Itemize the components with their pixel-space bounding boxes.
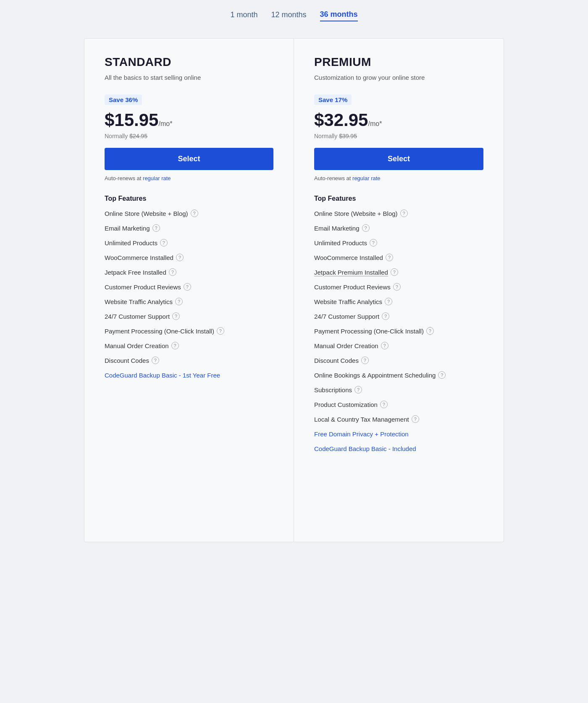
list-item: Manual Order Creation ?	[105, 341, 273, 350]
premium-select-button[interactable]: Select	[314, 148, 483, 170]
info-icon[interactable]: ?	[412, 415, 419, 423]
billing-option-1month[interactable]: 1 month	[230, 10, 257, 21]
info-icon[interactable]: ?	[217, 327, 224, 335]
list-item: Unlimited Products ?	[105, 239, 273, 247]
list-item: Jetpack Free Installed ?	[105, 268, 273, 277]
info-icon[interactable]: ?	[160, 239, 168, 247]
list-item: Customer Product Reviews ?	[105, 283, 273, 291]
page-wrapper: 1 month 12 months 36 months STANDARD All…	[0, 0, 588, 567]
list-item: CodeGuard Backup Basic - 1st Year Free	[105, 371, 273, 380]
premium-features-title: Top Features	[314, 195, 483, 202]
billing-option-36months[interactable]: 36 months	[320, 10, 358, 21]
list-item: Website Traffic Analytics ?	[314, 297, 483, 306]
premium-price-amount: $32.95	[314, 110, 368, 130]
premium-plan-name: PREMIUM	[314, 55, 483, 69]
list-item: Online Bookings & Appointment Scheduling…	[314, 371, 483, 380]
info-icon[interactable]: ?	[370, 239, 377, 247]
standard-plan-name: STANDARD	[105, 55, 273, 69]
list-item: Payment Processing (One-Click Install) ?	[105, 327, 273, 336]
standard-plan-description: All the basics to start selling online	[105, 73, 273, 83]
info-icon[interactable]: ?	[393, 283, 401, 291]
list-item: CodeGuard Backup Basic - Included	[314, 444, 483, 453]
list-item: Email Marketing ?	[314, 224, 483, 233]
premium-price-normal: Normally $39.95	[314, 133, 483, 139]
info-icon[interactable]: ?	[175, 298, 183, 305]
info-icon[interactable]: ?	[169, 268, 176, 276]
info-icon[interactable]: ?	[171, 342, 179, 349]
standard-plan-card: STANDARD All the basics to start selling…	[84, 38, 294, 542]
list-item: Product Customization ?	[314, 400, 483, 409]
premium-plan-description: Customization to grow your online store	[314, 73, 483, 83]
info-icon[interactable]: ?	[184, 283, 191, 291]
list-item: Local & Country Tax Management ?	[314, 415, 483, 424]
premium-regular-rate-link[interactable]: regular rate	[352, 175, 380, 181]
info-icon[interactable]: ?	[386, 254, 393, 261]
premium-price-period: /mo*	[368, 120, 382, 128]
list-item: WooCommerce Installed ?	[105, 253, 273, 262]
premium-plan-card: PREMIUM Customization to grow your onlin…	[294, 38, 504, 542]
standard-price-amount: $15.95	[105, 110, 158, 130]
info-icon[interactable]: ?	[362, 224, 370, 232]
info-icon[interactable]: ?	[382, 312, 389, 320]
premium-price-row: $32.95 /mo*	[314, 110, 483, 130]
list-item: Subscriptions ?	[314, 386, 483, 394]
standard-price-row: $15.95 /mo*	[105, 110, 273, 130]
info-icon[interactable]: ?	[152, 224, 160, 232]
list-item: 24/7 Customer Support ?	[314, 312, 483, 321]
info-icon[interactable]: ?	[191, 210, 198, 217]
info-icon[interactable]: ?	[391, 268, 398, 276]
info-icon[interactable]: ?	[385, 298, 392, 305]
info-icon[interactable]: ?	[426, 327, 434, 335]
list-item: Website Traffic Analytics ?	[105, 297, 273, 306]
plans-container: STANDARD All the basics to start selling…	[0, 30, 588, 567]
standard-auto-renew: Auto-renews at regular rate	[105, 175, 273, 181]
standard-select-button[interactable]: Select	[105, 148, 273, 170]
list-item: Jetpack Premium Installed ?	[314, 268, 483, 277]
list-item: WooCommerce Installed ?	[314, 253, 483, 262]
premium-original-price: $39.95	[339, 133, 357, 139]
list-item: Customer Product Reviews ?	[314, 283, 483, 291]
standard-price-normal: Normally $24.95	[105, 133, 273, 139]
info-icon[interactable]: ?	[381, 342, 388, 349]
standard-original-price: $24.95	[129, 133, 147, 139]
info-icon[interactable]: ?	[380, 401, 388, 408]
premium-auto-renew: Auto-renews at regular rate	[314, 175, 483, 181]
info-icon[interactable]: ?	[400, 210, 408, 217]
billing-toggle: 1 month 12 months 36 months	[0, 0, 588, 30]
info-icon[interactable]: ?	[438, 371, 446, 379]
standard-price-period: /mo*	[158, 120, 172, 128]
list-item: Unlimited Products ?	[314, 239, 483, 247]
info-icon[interactable]: ?	[361, 357, 369, 364]
info-icon[interactable]: ?	[172, 312, 180, 320]
standard-regular-rate-link[interactable]: regular rate	[143, 175, 171, 181]
premium-save-badge: Save 17%	[314, 94, 352, 105]
list-item: Online Store (Website + Blog) ?	[105, 209, 273, 218]
standard-features-title: Top Features	[105, 195, 273, 202]
list-item: Online Store (Website + Blog) ?	[314, 209, 483, 218]
info-icon[interactable]: ?	[152, 357, 159, 364]
list-item: Discount Codes ?	[105, 356, 273, 365]
list-item: Discount Codes ?	[314, 356, 483, 365]
standard-save-badge: Save 36%	[105, 94, 142, 105]
list-item: Free Domain Privacy + Protection	[314, 430, 483, 438]
list-item: Manual Order Creation ?	[314, 341, 483, 350]
list-item: 24/7 Customer Support ?	[105, 312, 273, 321]
list-item: Payment Processing (One-Click Install) ?	[314, 327, 483, 336]
info-icon[interactable]: ?	[176, 254, 184, 261]
list-item: Email Marketing ?	[105, 224, 273, 233]
info-icon[interactable]: ?	[354, 386, 362, 393]
billing-option-12months[interactable]: 12 months	[271, 10, 306, 21]
